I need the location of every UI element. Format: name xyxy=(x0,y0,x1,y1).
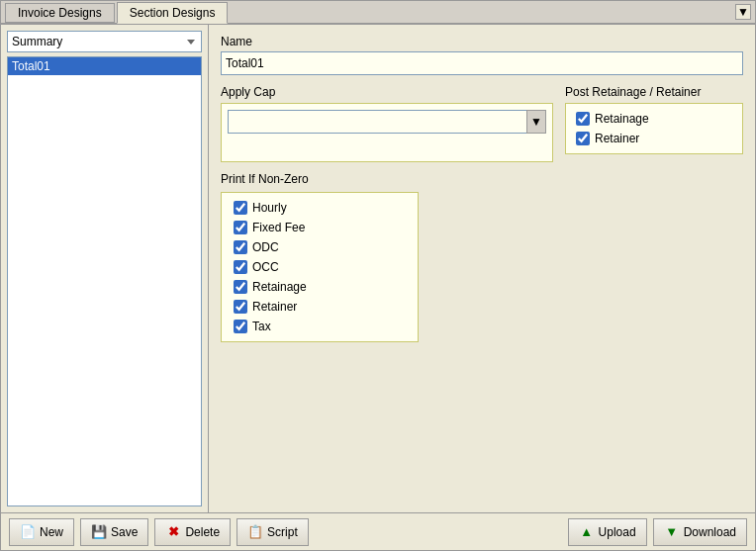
apply-cap-label: Apply Cap xyxy=(221,85,553,99)
bottom-right-buttons: Upload Download xyxy=(568,518,747,546)
main-container: Invoice Designs Section Designs ▼ Summar… xyxy=(0,0,756,551)
retainage-checkbox[interactable] xyxy=(576,112,590,126)
name-field-group: Name xyxy=(221,35,743,75)
post-retainage-label: Post Retainage / Retainer xyxy=(565,85,743,99)
right-panel: Name Apply Cap ▼ xyxy=(209,25,755,512)
download-icon xyxy=(664,524,680,540)
save-icon xyxy=(91,524,107,540)
tab-invoice-designs[interactable]: Invoice Designs xyxy=(5,3,115,23)
retainage-label: Retainage xyxy=(595,112,649,126)
tab-bar: Invoice Designs Section Designs ▼ xyxy=(1,1,755,25)
retainer-checkbox[interactable] xyxy=(576,132,590,145)
content-area: Summary Total01 Name Apply Cap xyxy=(1,25,755,512)
tax-checkbox[interactable] xyxy=(234,320,247,333)
tab-dropdown-button[interactable]: ▼ xyxy=(735,4,751,20)
retainer-row: Retainer xyxy=(576,132,732,145)
upload-button[interactable]: Upload xyxy=(568,518,647,546)
post-retainage-section: Post Retainage / Retainer Retainage Reta… xyxy=(565,85,743,162)
odc-checkbox[interactable] xyxy=(234,240,247,254)
print-if-nonzero-section: Print If Non-Zero Hourly Fixed Fee ODC xyxy=(221,172,743,342)
print-retainer-checkbox[interactable] xyxy=(234,300,247,314)
script-icon xyxy=(247,524,263,540)
summary-dropdown-wrapper: Summary xyxy=(7,31,202,56)
print-retainer-label: Retainer xyxy=(252,300,297,314)
print-retainage-label: Retainage xyxy=(252,280,307,294)
print-retainer-row: Retainer xyxy=(234,300,406,314)
delete-icon xyxy=(165,524,181,540)
two-col-section: Apply Cap ▼ Post Retainage / Retainer xyxy=(221,85,743,162)
tab-section-designs[interactable]: Section Designs xyxy=(117,2,229,24)
apply-cap-dropdown[interactable] xyxy=(228,110,546,134)
delete-button[interactable]: Delete xyxy=(154,518,231,546)
summary-dropdown[interactable]: Summary xyxy=(7,31,202,52)
tax-label: Tax xyxy=(252,320,271,333)
download-button[interactable]: Download xyxy=(653,518,747,546)
apply-cap-box: ▼ xyxy=(221,103,553,162)
print-if-nonzero-label: Print If Non-Zero xyxy=(221,172,743,186)
hourly-checkbox[interactable] xyxy=(234,201,247,215)
fixed-fee-checkbox[interactable] xyxy=(234,221,247,234)
script-button[interactable]: Script xyxy=(236,518,309,546)
items-list: Total01 xyxy=(7,56,202,506)
apply-cap-section: Apply Cap ▼ xyxy=(221,85,553,162)
occ-row: OCC xyxy=(234,260,406,274)
post-retainage-box: Retainage Retainer xyxy=(565,103,743,154)
name-label: Name xyxy=(221,35,743,48)
print-retainage-row: Retainage xyxy=(234,280,406,294)
fixed-fee-label: Fixed Fee xyxy=(252,221,305,234)
fixed-fee-row: Fixed Fee xyxy=(234,221,406,234)
new-button[interactable]: New xyxy=(9,518,74,546)
list-item-total01[interactable]: Total01 xyxy=(8,57,201,75)
print-retainage-checkbox[interactable] xyxy=(234,280,247,294)
name-input[interactable] xyxy=(221,51,743,75)
odc-row: ODC xyxy=(234,240,406,254)
occ-checkbox[interactable] xyxy=(234,260,247,274)
bottom-bar: New Save Delete Script Upload Downl xyxy=(1,512,755,550)
print-if-nonzero-box: Hourly Fixed Fee ODC OCC xyxy=(221,192,419,342)
save-button[interactable]: Save xyxy=(80,518,148,546)
hourly-row: Hourly xyxy=(234,201,406,215)
left-panel: Summary Total01 xyxy=(1,25,209,512)
retainage-row: Retainage xyxy=(576,112,732,126)
apply-cap-dropdown-wrapper: ▼ xyxy=(228,110,546,134)
odc-label: ODC xyxy=(252,240,279,254)
bottom-left-buttons: New Save Delete Script xyxy=(9,518,309,546)
occ-label: OCC xyxy=(252,260,279,274)
new-icon xyxy=(20,524,36,540)
tax-row: Tax xyxy=(234,320,406,333)
hourly-label: Hourly xyxy=(252,201,287,215)
upload-icon xyxy=(579,524,595,540)
retainer-label: Retainer xyxy=(595,132,639,145)
